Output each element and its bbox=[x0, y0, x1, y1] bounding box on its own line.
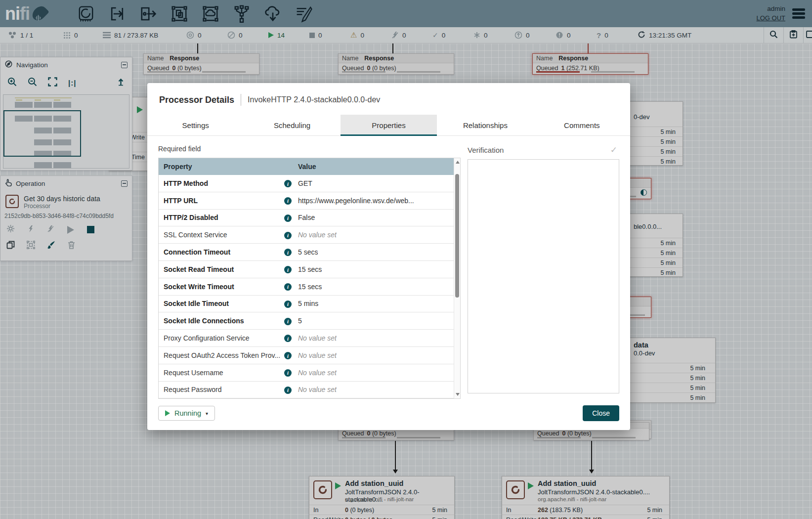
tab-settings[interactable]: Settings bbox=[147, 115, 244, 136]
info-icon[interactable]: i bbox=[284, 334, 298, 343]
info-icon[interactable]: i bbox=[284, 351, 298, 360]
scroll-up-icon[interactable] bbox=[456, 161, 460, 164]
table-row[interactable]: Request OAuth2 Access Token Prov...iNo v… bbox=[159, 347, 460, 364]
chevron-down-icon: ▾ bbox=[206, 411, 208, 416]
scroll-down-icon[interactable] bbox=[456, 393, 460, 396]
info-icon[interactable]: i bbox=[284, 386, 298, 394]
table-row[interactable]: HTTP URLihttps://www.pegelonline.wsv.de/… bbox=[159, 192, 460, 210]
run-status-button[interactable]: Running ▾ bbox=[158, 406, 215, 421]
dialog-subtitle: InvokeHTTP 2.4.0-stackable0.0.0-dev bbox=[248, 95, 380, 104]
table-row[interactable]: Socket Idle Timeouti5 mins bbox=[159, 296, 460, 313]
table-row[interactable]: Socket Read Timeouti15 secs bbox=[159, 261, 460, 278]
table-row[interactable]: Socket Write Timeouti15 secs bbox=[159, 278, 460, 296]
info-icon[interactable]: i bbox=[284, 282, 298, 291]
info-icon[interactable]: i bbox=[284, 214, 298, 222]
info-icon[interactable]: i bbox=[284, 368, 298, 377]
table-row[interactable]: HTTP MethodiGET bbox=[159, 175, 460, 192]
table-scrollbar[interactable] bbox=[454, 158, 460, 398]
column-value: Value bbox=[298, 163, 316, 171]
info-icon[interactable]: i bbox=[284, 196, 298, 205]
table-row[interactable]: Proxy Configuration ServiceiNo value set bbox=[159, 330, 460, 347]
info-icon[interactable]: i bbox=[284, 231, 298, 239]
table-header: Property Value bbox=[159, 158, 460, 175]
properties-table: Property Value HTTP MethodiGET HTTP URLi… bbox=[158, 158, 461, 399]
verification-results bbox=[468, 159, 619, 393]
dialog-tabs: Settings Scheduling Properties Relations… bbox=[147, 115, 630, 136]
table-row[interactable]: Request UsernameiNo value set bbox=[159, 364, 460, 382]
verification-column: Verification ✓ bbox=[468, 140, 619, 399]
scrollbar-thumb[interactable] bbox=[455, 174, 459, 298]
table-row[interactable]: SSL Context ServiceiNo value set bbox=[159, 226, 460, 244]
info-icon[interactable]: i bbox=[284, 300, 298, 308]
tab-comments[interactable]: Comments bbox=[534, 115, 630, 136]
tab-properties[interactable]: Properties bbox=[341, 115, 437, 136]
table-row[interactable]: Socket Idle Connectionsi5 bbox=[159, 312, 460, 330]
info-icon[interactable]: i bbox=[284, 248, 298, 257]
tab-relationships[interactable]: Relationships bbox=[437, 115, 533, 136]
dialog-title: Processor Details bbox=[159, 95, 234, 105]
close-button[interactable]: Close bbox=[583, 405, 619, 421]
title-divider bbox=[241, 94, 241, 106]
running-status-icon bbox=[165, 410, 170, 416]
info-icon[interactable]: i bbox=[284, 265, 298, 274]
properties-column: Required field Property Value HTTP Metho… bbox=[158, 140, 461, 399]
info-icon[interactable]: i bbox=[284, 179, 298, 188]
required-field-label: Required field bbox=[158, 145, 461, 153]
table-row[interactable]: Request PasswordiNo value set bbox=[159, 382, 460, 398]
verify-check-icon[interactable]: ✓ bbox=[610, 145, 617, 155]
info-icon[interactable]: i bbox=[284, 317, 298, 325]
verification-label: Verification bbox=[468, 146, 504, 154]
table-row[interactable]: HTTP/2 DisablediFalse bbox=[159, 210, 460, 227]
column-property: Property bbox=[164, 163, 298, 171]
tab-scheduling[interactable]: Scheduling bbox=[244, 115, 340, 136]
table-row[interactable]: Connection Timeouti5 secs bbox=[159, 244, 460, 261]
processor-details-dialog: Processor Details InvokeHTTP 2.4.0-stack… bbox=[147, 83, 630, 430]
